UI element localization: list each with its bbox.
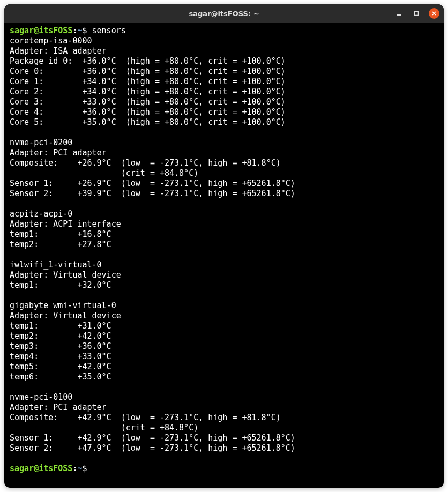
svg-rect-1 bbox=[415, 12, 419, 16]
maximize-button[interactable] bbox=[412, 9, 421, 18]
close-icon bbox=[431, 11, 437, 16]
prompt-at: @ bbox=[34, 26, 39, 35]
window-title: sagar@itsFOSS: ~ bbox=[189, 10, 259, 18]
prompt-host: itsFOSS bbox=[39, 26, 72, 35]
close-button[interactable] bbox=[429, 8, 439, 19]
maximize-icon bbox=[413, 10, 420, 17]
command-output: coretemp-isa-0000 Adapter: ISA adapter P… bbox=[10, 36, 295, 453]
prompt-dollar: $ bbox=[82, 26, 92, 35]
prompt2-host: itsFOSS bbox=[39, 464, 72, 473]
window-controls bbox=[394, 8, 439, 19]
minimize-button[interactable] bbox=[394, 9, 404, 18]
prompt-user: sagar bbox=[10, 26, 34, 35]
terminal-window: sagar@itsFOSS: ~ sagar@itsFOSS:~$ sensor… bbox=[4, 4, 444, 488]
minimize-icon bbox=[396, 10, 402, 17]
prompt2-user: sagar bbox=[10, 464, 34, 473]
command-text: sensors bbox=[92, 26, 126, 35]
prompt2-at: @ bbox=[34, 464, 39, 473]
titlebar[interactable]: sagar@itsFOSS: ~ bbox=[4, 4, 444, 23]
prompt2-dollar: $ bbox=[82, 464, 92, 473]
terminal-body[interactable]: sagar@itsFOSS:~$ sensors coretemp-isa-00… bbox=[4, 23, 444, 488]
